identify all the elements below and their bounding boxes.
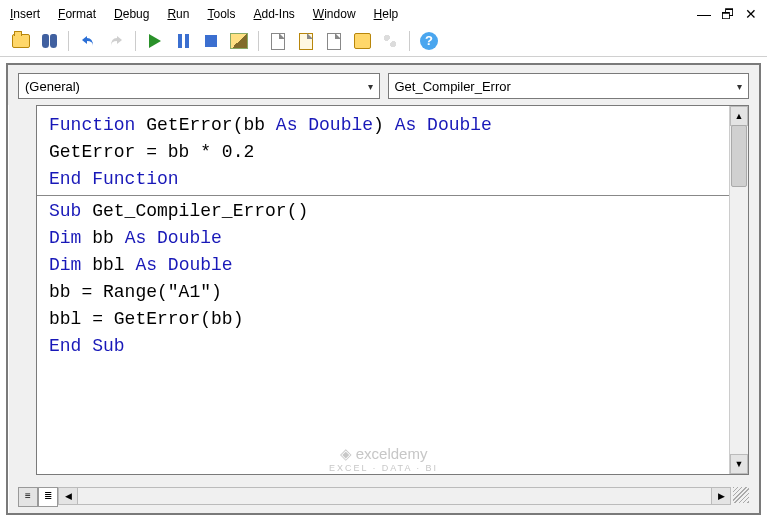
insert-module-button[interactable] [10, 30, 32, 52]
break-button[interactable] [172, 30, 194, 52]
window-controls: — 🗗 ✕ [697, 6, 757, 22]
properties-button[interactable] [295, 30, 317, 52]
procedure-dropdown[interactable]: Get_Compiler_Error ▾ [388, 73, 750, 99]
undo-button[interactable] [77, 30, 99, 52]
toolbar: ? [0, 26, 767, 57]
reset-button[interactable] [200, 30, 222, 52]
menubar: Insert Format Debug Run Tools Add-Ins Wi… [0, 0, 767, 26]
horizontal-scrollbar[interactable]: ◀ ▶ [58, 487, 731, 505]
menu-run[interactable]: Run [167, 7, 189, 21]
object-browser-button[interactable] [323, 30, 345, 52]
menu-help[interactable]: Help [374, 7, 399, 21]
chevron-down-icon: ▾ [737, 81, 742, 92]
chevron-down-icon: ▾ [368, 81, 373, 92]
find-button[interactable] [38, 30, 60, 52]
scroll-up-icon[interactable]: ▲ [730, 106, 748, 126]
procedure-separator [37, 195, 749, 196]
code-editor[interactable]: Function GetError(bb As Double) As Doubl… [37, 106, 748, 366]
tools-button[interactable] [379, 30, 401, 52]
menu-debug[interactable]: Debug [114, 7, 149, 21]
procedure-view-button[interactable]: ≡ [18, 487, 38, 507]
resize-grip-icon[interactable] [733, 487, 749, 503]
menu-tools[interactable]: Tools [207, 7, 235, 21]
restore-icon[interactable]: 🗗 [721, 6, 735, 22]
separator [135, 31, 136, 51]
close-icon[interactable]: ✕ [745, 6, 757, 22]
object-dropdown-value: (General) [25, 79, 80, 94]
scroll-down-icon[interactable]: ▼ [730, 454, 748, 474]
menu-addins[interactable]: Add-Ins [253, 7, 294, 21]
scroll-right-icon[interactable]: ▶ [711, 488, 730, 504]
vertical-scrollbar[interactable]: ▲ ▼ [729, 106, 748, 474]
menu-window[interactable]: Window [313, 7, 356, 21]
procedure-dropdown-value: Get_Compiler_Error [395, 79, 511, 94]
design-mode-button[interactable] [228, 30, 250, 52]
separator [258, 31, 259, 51]
run-button[interactable] [144, 30, 166, 52]
menu-format[interactable]: Format [58, 7, 96, 21]
scroll-left-icon[interactable]: ◀ [59, 488, 78, 504]
minimize-icon[interactable]: — [697, 6, 711, 22]
menu-insert[interactable]: Insert [10, 7, 40, 21]
code-pane: Function GetError(bb As Double) As Doubl… [36, 105, 749, 475]
separator [68, 31, 69, 51]
toolbox-button[interactable] [351, 30, 373, 52]
full-module-view-button[interactable]: ≣ [38, 487, 58, 507]
help-button[interactable]: ? [418, 30, 440, 52]
object-dropdown[interactable]: (General) ▾ [18, 73, 380, 99]
redo-button[interactable] [105, 30, 127, 52]
scroll-thumb[interactable] [731, 125, 747, 187]
code-window: (General) ▾ Get_Compiler_Error ▾ Functio… [6, 63, 761, 515]
project-explorer-button[interactable] [267, 30, 289, 52]
separator [409, 31, 410, 51]
